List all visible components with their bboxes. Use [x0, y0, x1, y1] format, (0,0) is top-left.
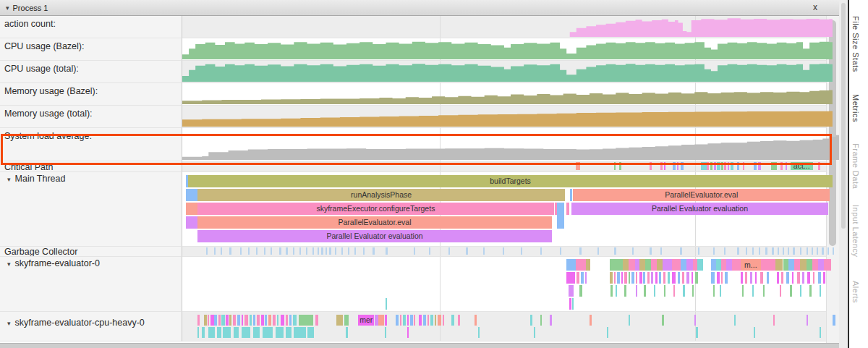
garbage-collector-track[interactable]: [182, 247, 839, 257]
trace-block[interactable]: [817, 247, 818, 255]
trace-block[interactable]: [279, 247, 281, 255]
trace-block[interactable]: [335, 247, 336, 255]
trace-block[interactable]: [654, 285, 655, 297]
trace-block[interactable]: [711, 272, 715, 284]
trace-block[interactable]: [197, 315, 200, 326]
trace-block[interactable]: [226, 315, 229, 326]
trace-block[interactable]: [277, 315, 279, 326]
trace-block[interactable]: [692, 272, 694, 284]
trace-block[interactable]: [419, 315, 422, 326]
trace-block[interactable]: [701, 162, 706, 170]
process-header[interactable]: ▾ Process 1 x: [0, 0, 839, 16]
trace-block[interactable]: [256, 247, 258, 255]
trace-block[interactable]: [812, 247, 813, 255]
tab-input-latency[interactable]: Input Latency: [851, 205, 860, 258]
trace-block[interactable]: [483, 247, 485, 255]
trace-block[interactable]: buildTargets: [188, 175, 833, 187]
trace-block[interactable]: [610, 272, 613, 284]
trace-block[interactable]: Parallel Evaluator evaluation: [571, 203, 829, 215]
trace-block[interactable]: [790, 285, 792, 297]
trace-block[interactable]: [566, 203, 569, 215]
cpu-bazel-chart[interactable]: [182, 38, 839, 61]
trace-block[interactable]: [820, 285, 821, 297]
trace-block[interactable]: [242, 315, 244, 326]
trace-block[interactable]: [629, 259, 635, 271]
trace-block[interactable]: act...: [791, 162, 813, 170]
trace-block[interactable]: [214, 247, 216, 255]
trace-block[interactable]: [586, 259, 590, 271]
trace-block[interactable]: [570, 189, 573, 201]
trace-block[interactable]: [632, 247, 634, 255]
trace-block[interactable]: [664, 162, 666, 170]
trace-block[interactable]: [557, 203, 564, 229]
trace-block[interactable]: [206, 247, 208, 255]
trace-block[interactable]: [566, 272, 575, 284]
system-load-chart[interactable]: [182, 128, 839, 161]
trace-block[interactable]: [793, 247, 794, 255]
trace-block[interactable]: mer: [358, 315, 374, 326]
trace-block[interactable]: [660, 162, 663, 170]
trace-block[interactable]: [668, 272, 670, 284]
trace-block[interactable]: [724, 247, 726, 255]
trace-block[interactable]: ParallelEvaluator.eval: [197, 216, 552, 229]
trace-block[interactable]: [743, 162, 745, 170]
trace-block[interactable]: [686, 272, 689, 284]
trace-block[interactable]: [237, 315, 240, 326]
trace-block[interactable]: [695, 272, 698, 284]
trace-block[interactable]: [681, 259, 686, 271]
trace-block[interactable]: [818, 162, 820, 170]
row-label-skyframe-evaluator-0[interactable]: ▾skyframe-evaluator-0: [0, 257, 182, 312]
trace-block[interactable]: [326, 247, 327, 255]
trace-block[interactable]: [250, 315, 252, 326]
trace-block[interactable]: [617, 272, 620, 284]
trace-block[interactable]: [623, 259, 628, 271]
trace-block[interactable]: [783, 247, 784, 255]
trace-block[interactable]: [761, 259, 776, 271]
trace-block[interactable]: [540, 315, 542, 326]
skyframe-evaluator-0-track[interactable]: m...: [182, 257, 839, 312]
trace-block[interactable]: [752, 285, 754, 297]
trace-block[interactable]: [812, 259, 818, 271]
trace-block[interactable]: [597, 247, 599, 255]
trace-block[interactable]: [692, 285, 694, 297]
trace-block[interactable]: [197, 327, 199, 338]
trace-block[interactable]: [521, 247, 522, 255]
trace-block[interactable]: runAnalysisPhase: [197, 189, 565, 201]
trace-block[interactable]: [234, 327, 239, 338]
trace-block[interactable]: [264, 247, 265, 255]
trace-block[interactable]: [629, 315, 630, 326]
trace-block[interactable]: [430, 315, 433, 326]
trace-block[interactable]: [737, 247, 739, 255]
trace-block[interactable]: [809, 285, 812, 297]
trace-block[interactable]: [385, 315, 388, 326]
trace-block[interactable]: [721, 272, 723, 284]
trace-block[interactable]: [780, 285, 781, 297]
trace-block[interactable]: [794, 259, 800, 271]
trace-block[interactable]: [807, 272, 810, 284]
horizontal-scrollbar[interactable]: [0, 343, 839, 348]
trace-block[interactable]: [560, 247, 561, 255]
trace-block[interactable]: [672, 259, 681, 271]
trace-block[interactable]: [745, 272, 747, 284]
trace-block[interactable]: [822, 247, 823, 255]
trace-block[interactable]: [293, 315, 297, 326]
trace-block[interactable]: [253, 327, 260, 338]
trace-block[interactable]: [763, 285, 765, 297]
trace-block[interactable]: [707, 162, 709, 170]
trace-block[interactable]: [754, 162, 757, 170]
trace-block[interactable]: [725, 272, 728, 284]
trace-block[interactable]: [478, 327, 480, 338]
trace-block[interactable]: [407, 327, 409, 338]
trace-block[interactable]: [566, 259, 576, 271]
trace-block[interactable]: [375, 315, 378, 326]
trace-block[interactable]: [680, 247, 681, 255]
trace-block[interactable]: [410, 315, 413, 326]
trace-block[interactable]: [807, 259, 812, 271]
trace-block[interactable]: [414, 315, 416, 326]
trace-block[interactable]: [663, 272, 666, 284]
trace-block[interactable]: [466, 247, 467, 255]
trace-block[interactable]: [807, 315, 809, 326]
trace-block[interactable]: [329, 247, 331, 255]
trace-block[interactable]: [585, 272, 587, 284]
trace-block[interactable]: [663, 259, 673, 271]
